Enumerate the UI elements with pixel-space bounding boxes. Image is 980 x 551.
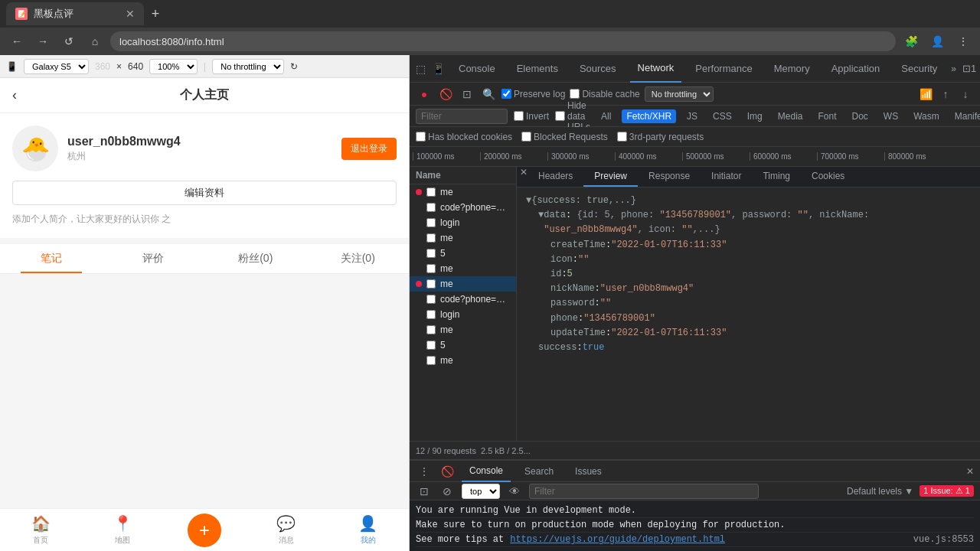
nav-messages[interactable]: 💬 消息 [245, 514, 327, 546]
json-collapse-root[interactable]: ▼ [526, 194, 531, 208]
filter-media[interactable]: Media [773, 109, 808, 123]
request-item-5-1[interactable]: 5 [410, 246, 516, 261]
nav-home[interactable]: 🏠 首页 [0, 514, 82, 546]
dt-tab-memory[interactable]: Memory [766, 55, 818, 83]
preview-tab-cookies[interactable]: Cookies [801, 167, 855, 187]
filter-fetch-xhr[interactable]: Fetch/XHR [622, 109, 676, 123]
extensions-button[interactable]: 🧩 [900, 31, 922, 52]
refresh-button[interactable]: ↺ [58, 31, 80, 52]
request-checkbox[interactable] [426, 279, 436, 289]
request-checkbox[interactable] [426, 295, 436, 304]
preview-tab-headers[interactable]: Headers [528, 167, 583, 187]
request-checkbox[interactable] [426, 310, 436, 319]
logout-button[interactable]: 退出登录 [341, 138, 397, 160]
export-button[interactable]: ↓ [957, 86, 974, 103]
filter-input[interactable] [416, 109, 508, 124]
request-item-5-2[interactable]: 5 [410, 337, 516, 353]
active-tab[interactable]: 📝 黑板点评 ✕ [6, 2, 144, 25]
json-collapse-data[interactable]: ▼ [538, 208, 544, 223]
dt-tab-more[interactable]: » [951, 64, 956, 74]
console-eye-button[interactable]: 👁 [506, 483, 523, 500]
fab-add-button[interactable]: + [188, 514, 221, 547]
console-clear-button[interactable]: 🚫 [439, 463, 456, 480]
invert-checkbox[interactable] [514, 111, 524, 121]
filter-doc[interactable]: Doc [847, 109, 872, 123]
console-tab-search[interactable]: Search [517, 461, 561, 482]
tab-followers[interactable]: 粉丝(0) [204, 244, 307, 273]
filter-js[interactable]: JS [682, 109, 702, 123]
new-tab-button[interactable]: + [144, 2, 167, 25]
dt-tab-console[interactable]: Console [451, 55, 503, 83]
request-item-me-2[interactable]: me [410, 230, 516, 246]
profile-button[interactable]: 👤 [926, 31, 948, 52]
console-pause-button[interactable]: ⊘ [439, 483, 456, 500]
clear-button[interactable]: 🚫 [437, 86, 454, 103]
wifi-icon[interactable]: 📶 [917, 86, 934, 103]
preview-tab-preview[interactable]: Preview [583, 167, 638, 187]
request-checkbox[interactable] [426, 341, 436, 350]
request-checkbox[interactable] [426, 233, 436, 243]
console-context-button[interactable]: ⊡ [416, 483, 433, 500]
console-level-selector[interactable]: Default levels ▼ [847, 486, 913, 497]
devtools-device-btn[interactable]: 📱 [432, 60, 445, 78]
request-checkbox[interactable] [426, 356, 436, 365]
request-item-login-1[interactable]: login [410, 215, 516, 230]
address-bar[interactable] [110, 31, 896, 51]
console-tab-console[interactable]: Console [462, 461, 511, 482]
dt-tab-network[interactable]: Network [630, 55, 682, 83]
request-item-code-2[interactable]: code?phone=134567890... [410, 292, 516, 307]
request-item-me-3[interactable]: me [410, 261, 516, 276]
filter-ws[interactable]: WS [879, 109, 903, 123]
edit-profile-button[interactable]: 编辑资料 [12, 181, 397, 205]
request-item-code-1[interactable]: code?phone=134567890... [410, 200, 516, 215]
request-checkbox[interactable] [426, 325, 436, 334]
forward-button[interactable]: → [32, 31, 54, 52]
third-party-checkbox[interactable] [617, 132, 627, 142]
tab-close-button[interactable]: ✕ [126, 8, 135, 20]
dt-tab-application[interactable]: Application [824, 55, 888, 83]
console-settings-button[interactable]: ⋮ [416, 463, 433, 480]
request-item-me-4[interactable]: me [410, 322, 516, 337]
filter-css[interactable]: CSS [708, 109, 737, 123]
nav-profile[interactable]: 👤 我的 [327, 514, 409, 546]
console-close-button[interactable]: ✕ [966, 466, 974, 477]
preserve-log-checkbox[interactable] [501, 89, 511, 99]
app-back-button[interactable]: ‹ [12, 87, 17, 103]
blocked-cookies-checkbox[interactable] [416, 132, 426, 142]
import-button[interactable]: ↑ [937, 86, 954, 103]
preview-tab-response[interactable]: Response [638, 167, 701, 187]
nav-add[interactable]: + [164, 514, 246, 547]
throttle-selector[interactable]: No throttling [645, 86, 714, 102]
menu-button[interactable]: ⋮ [952, 31, 974, 52]
request-item-me-1[interactable]: me [410, 184, 516, 200]
preview-close-button[interactable]: ✕ [520, 167, 528, 187]
console-filter-input[interactable] [529, 484, 759, 499]
filter-img[interactable]: Img [743, 109, 767, 123]
dt-tab-sources[interactable]: Sources [572, 55, 624, 83]
disable-cache-checkbox[interactable] [570, 89, 580, 99]
tab-following[interactable]: 关注(0) [307, 244, 410, 273]
request-item-login-2[interactable]: login [410, 307, 516, 322]
throttle-selector[interactable]: No throttling [212, 59, 284, 74]
tab-reviews[interactable]: 评价 [103, 244, 205, 273]
preview-tab-timing[interactable]: Timing [752, 167, 801, 187]
device-selector[interactable]: Galaxy S5 [24, 59, 89, 74]
devtools-inspect-btn[interactable]: ⬚ [416, 60, 426, 78]
dt-tab-security[interactable]: Security [893, 55, 945, 83]
request-checkbox[interactable] [426, 264, 436, 273]
record-button[interactable]: ● [416, 86, 433, 103]
request-checkbox[interactable] [426, 187, 436, 197]
blocked-requests-checkbox[interactable] [521, 132, 531, 142]
console-msg-link[interactable]: https://vuejs.org/guide/deployment.html [510, 534, 725, 545]
filter-all[interactable]: All [596, 109, 616, 123]
request-item-me-selected[interactable]: me [410, 276, 516, 292]
zoom-selector[interactable]: 100% [149, 59, 198, 74]
filter-font[interactable]: Font [813, 109, 841, 123]
preview-tab-initiator[interactable]: Initiator [701, 167, 752, 187]
request-checkbox[interactable] [426, 249, 436, 258]
console-top-select[interactable]: top [462, 484, 500, 499]
rotate-icon[interactable]: ↻ [290, 61, 298, 72]
filter-button[interactable]: ⊡ [459, 86, 475, 103]
dt-tab-elements[interactable]: Elements [509, 55, 566, 83]
hide-data-checkbox[interactable] [555, 111, 565, 121]
